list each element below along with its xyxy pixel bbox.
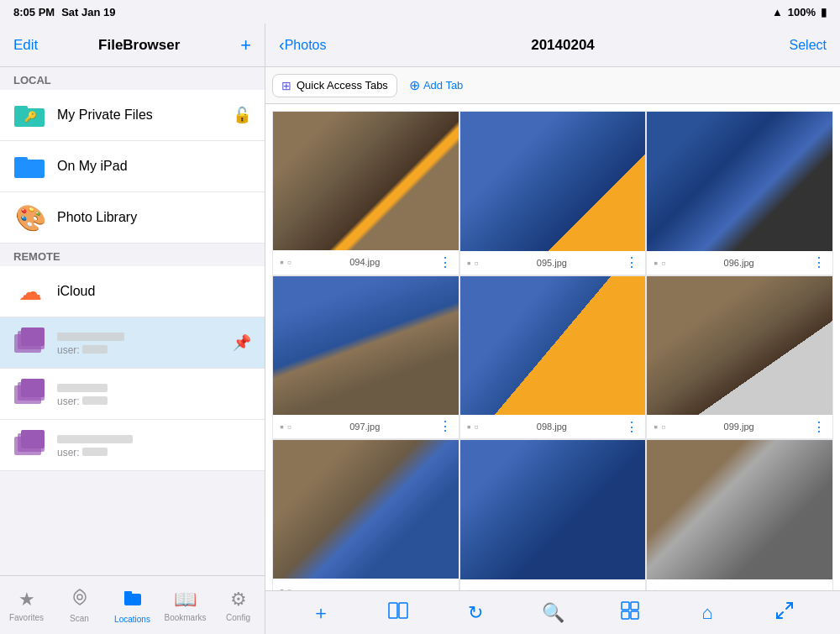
svg-rect-19 [622, 602, 629, 610]
net-folder1-icon [13, 326, 47, 359]
select-button[interactable]: Select [790, 38, 827, 53]
on-my-ipad-text: On My iPad [57, 159, 251, 174]
battery-label: 100% [788, 6, 816, 18]
favorites-icon: ★ [18, 589, 35, 610]
bookmarks-label: Bookmarks [164, 613, 206, 622]
svg-point-14 [77, 595, 82, 600]
sidebar-item-net3[interactable]: user: [0, 420, 265, 471]
nav-scan[interactable]: Scan [55, 588, 105, 623]
photo-thumb-095 [460, 112, 646, 251]
add-tab-label: Add Tab [423, 79, 463, 92]
photo-filename-094: 094.jpg [297, 257, 433, 267]
main-container: Edit FileBrowser + Local 🔑 My Private Fi… [0, 24, 840, 634]
battery-icon: ▮ [821, 6, 827, 18]
photo-filename-098: 098.jpg [483, 422, 620, 432]
more-button-096[interactable]: ⋮ [812, 254, 826, 270]
add-tab-plus-icon: ⊕ [409, 77, 420, 93]
nav-bookmarks[interactable]: 📖 Bookmarks [160, 589, 211, 622]
columns-icon [388, 602, 408, 624]
photo-library-icon: 🎨 [13, 201, 47, 234]
file-icon-096: ▪ ▫ [654, 256, 665, 270]
more-button-097[interactable]: ⋮ [438, 418, 452, 434]
more-button-098[interactable]: ⋮ [625, 419, 638, 435]
photo-filename-095: 095.jpg [483, 258, 620, 268]
photo-filename-099: 099.jpg [670, 422, 807, 432]
status-bar: 8:05 PM Sat Jan 19 ▲ 100% ▮ [0, 0, 840, 24]
grid-view-button[interactable] [612, 595, 648, 631]
photo-info-100: ▪ ▫ [273, 579, 459, 590]
search-button[interactable]: 🔍 [534, 595, 571, 631]
svg-rect-22 [631, 611, 638, 619]
sidebar-item-net2[interactable]: user: [0, 369, 265, 420]
back-button[interactable]: ‹ Photos [279, 35, 326, 55]
home-button[interactable]: ⌂ [689, 595, 726, 631]
net2-name-redacted [57, 384, 108, 392]
edit-button[interactable]: Edit [13, 37, 38, 54]
photo-info-098: ▪ ▫ 098.jpg ⋮ [460, 415, 646, 438]
scan-icon [71, 588, 89, 611]
add-icon: ＋ [312, 600, 330, 626]
nav-favorites[interactable]: ★ Favorites [2, 589, 52, 622]
photo-cell-094[interactable]: ▪ ▫ 094.jpg ⋮ [272, 111, 459, 275]
home-icon: ⌂ [701, 602, 712, 624]
sidebar-header: Edit FileBrowser + [0, 24, 265, 67]
photo-cell-097[interactable]: ▪ ▫ 097.jpg ⋮ [272, 275, 459, 440]
net3-text: user: [57, 432, 251, 458]
search-icon: 🔍 [542, 602, 564, 624]
file-icon-095: ▪ ▫ [467, 256, 479, 270]
photo-info-094: ▪ ▫ 094.jpg ⋮ [273, 250, 459, 274]
nav-locations[interactable]: Locations [108, 587, 158, 624]
photo-cell-095[interactable]: ▪ ▫ 095.jpg ⋮ [459, 111, 647, 275]
photo-cell-100[interactable]: ▪ ▫ [272, 439, 459, 590]
locations-label: Locations [114, 615, 150, 624]
photo-thumb-094 [273, 112, 459, 250]
columns-button[interactable] [380, 595, 417, 631]
file-icon-099: ▪ ▫ [654, 420, 665, 433]
photo-cell-098[interactable]: ▪ ▫ 098.jpg ⋮ [459, 275, 647, 440]
net-folder2-icon [13, 377, 47, 411]
photo-cell-101[interactable]: ▪ ▫ [459, 439, 647, 590]
photo-filename-097: 097.jpg [297, 422, 433, 432]
net3-user-redacted [82, 448, 108, 456]
add-tab-button[interactable]: ⊕ Add Tab [401, 73, 471, 97]
status-date: Sat Jan 19 [61, 6, 115, 18]
icloud-icon: ☁ [13, 275, 47, 308]
sidebar-item-icloud[interactable]: ☁ iCloud [0, 266, 265, 317]
refresh-icon: ↻ [468, 602, 483, 624]
photo-info-102: ▪ ▫ [647, 579, 832, 591]
icloud-label: iCloud [57, 284, 251, 299]
more-button-094[interactable]: ⋮ [438, 254, 452, 270]
net2-user-redacted [82, 396, 108, 405]
pin-badge-net1: 📌 [233, 333, 251, 352]
sidebar-item-my-private-files[interactable]: 🔑 My Private Files 🔓 [0, 90, 265, 141]
quick-access-tab[interactable]: ⊞ Quick Access Tabs [272, 74, 397, 97]
refresh-button[interactable]: ↻ [457, 595, 494, 631]
nav-config[interactable]: ⚙ Config [213, 589, 264, 622]
sidebar-item-photo-library[interactable]: 🎨 Photo Library [0, 192, 265, 244]
photo-info-096: ▪ ▫ 096.jpg ⋮ [647, 251, 832, 275]
right-toolbar: ＋ ↻ 🔍 [265, 590, 840, 634]
photo-library-text: Photo Library [57, 210, 251, 225]
more-button-095[interactable]: ⋮ [625, 254, 638, 270]
expand-button[interactable] [766, 595, 803, 631]
sidebar-item-net1[interactable]: user: 📌 [0, 317, 265, 369]
add-file-button[interactable]: ＋ [302, 595, 339, 631]
app-title: FileBrowser [98, 37, 180, 54]
add-button[interactable]: + [240, 34, 251, 56]
grid-icon [621, 601, 639, 625]
photo-thumb-102 [647, 440, 832, 579]
photo-cell-096[interactable]: ▪ ▫ 096.jpg ⋮ [646, 111, 833, 275]
photo-thumb-101 [460, 440, 646, 579]
photo-filename-096: 096.jpg [670, 258, 807, 268]
bookmarks-icon: 📖 [174, 589, 197, 610]
bottom-navigation: ★ Favorites Scan [0, 575, 265, 634]
svg-rect-13 [21, 430, 45, 448]
more-button-099[interactable]: ⋮ [812, 419, 826, 435]
photo-thumb-099 [647, 276, 832, 416]
sidebar-item-on-my-ipad[interactable]: On My iPad [0, 141, 265, 192]
photo-cell-102[interactable]: ▪ ▫ [646, 439, 833, 590]
photo-info-099: ▪ ▫ 099.jpg ⋮ [647, 415, 832, 438]
photo-cell-099[interactable]: ▪ ▫ 099.jpg ⋮ [646, 275, 833, 440]
status-time: 8:05 PM [13, 6, 55, 18]
svg-rect-18 [399, 603, 407, 618]
